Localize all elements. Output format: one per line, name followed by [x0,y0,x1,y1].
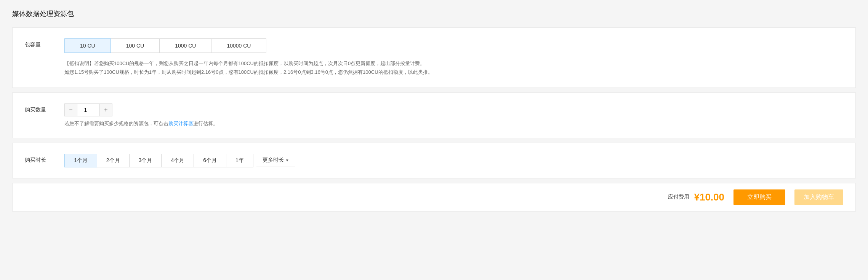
footer-bar: 应付费用 ¥10.00 立即购买 加入购物车 [12,183,856,212]
page-title: 媒体数据处理资源包 [12,9,856,18]
deduction-note-line1: 【抵扣说明】若您购买100CU的规格一年，则您从购买之日起一年内每个月都有100… [64,59,843,68]
quantity-decrease-button[interactable]: − [65,104,77,116]
duration-option-2m[interactable]: 2个月 [97,154,130,167]
package-size-label: 包容量 [25,38,52,48]
duration-content: 1个月 2个月 3个月 4个月 6个月 1年 [64,154,843,167]
package-size-section: 包容量 10 CU 100 CU 1000 CU 10000 CU [12,27,856,88]
duration-section: 购买时长 1个月 2个月 3个月 4个月 6个月 [12,143,856,178]
quantity-control: − + [64,103,112,116]
chevron-down-icon: ▼ [285,158,289,162]
package-option-100cu[interactable]: 100 CU [111,38,160,53]
duration-more-button[interactable]: 更多时长 ▼ [256,154,295,167]
deduction-note-line2: 如您1.15号购买了100CU规格，时长为1年，则从购买时间起到2.16号0点，… [64,68,843,76]
buy-button[interactable]: 立即购买 [733,189,785,205]
package-size-row: 包容量 10 CU 100 CU 1000 CU 10000 CU [25,38,843,77]
quantity-increase-button[interactable]: + [100,104,112,116]
price-section: 应付费用 ¥10.00 [668,191,724,203]
page-container: 媒体数据处理资源包 包容量 10 CU 100 CU 1000 CU 10000 [0,0,868,280]
duration-option-3m[interactable]: 3个月 [130,154,162,167]
price-label: 应付费用 [668,194,689,200]
price-value: ¥10.00 [694,191,724,203]
package-option-10cu[interactable]: 10 CU [64,38,111,53]
duration-label: 购买时长 [25,154,52,164]
duration-option-1m[interactable]: 1个月 [64,154,97,167]
duration-option-1y[interactable]: 1年 [226,154,253,167]
package-options: 10 CU 100 CU 1000 CU 10000 CU [64,38,843,53]
quantity-label: 购买数量 [25,103,52,113]
quantity-note: 若您不了解需要购买多少规格的资源包，可点击购买计算器进行估算。 [64,120,843,127]
package-option-1000cu[interactable]: 1000 CU [160,38,211,53]
package-size-content: 10 CU 100 CU 1000 CU 10000 CU 【抵扣说明】若您购买… [64,38,843,77]
duration-options: 1个月 2个月 3个月 4个月 6个月 1年 [64,154,843,167]
add-to-cart-button[interactable]: 加入购物车 [794,189,843,205]
duration-option-4m[interactable]: 4个月 [162,154,194,167]
quantity-content: − + 若您不了解需要购买多少规格的资源包，可点击购买计算器进行估算。 [64,103,843,127]
deduction-note: 【抵扣说明】若您购买100CU的规格一年，则您从购买之日起一年内每个月都有100… [64,59,843,77]
duration-row: 购买时长 1个月 2个月 3个月 4个月 6个月 [25,154,843,167]
quantity-input[interactable] [77,104,100,116]
package-option-10000cu[interactable]: 10000 CU [211,38,266,53]
calculator-link[interactable]: 购买计算器 [168,121,193,126]
quantity-section: 购买数量 − + 若您不了解需要购买多少规格的资源包，可点击购买计算器进行估算。 [12,92,856,138]
quantity-row: 购买数量 − + 若您不了解需要购买多少规格的资源包，可点击购买计算器进行估算。 [25,103,843,127]
duration-option-6m[interactable]: 6个月 [194,154,226,167]
